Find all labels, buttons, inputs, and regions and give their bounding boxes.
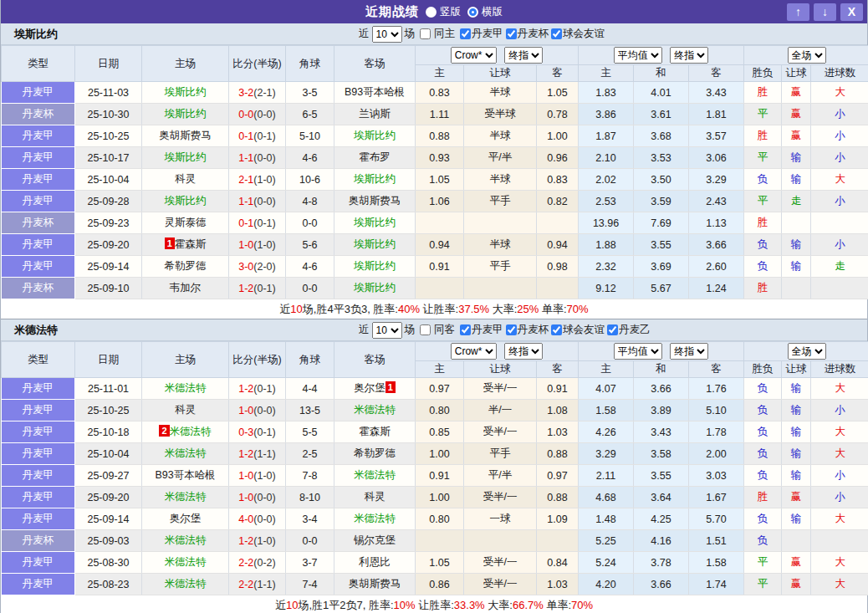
avg-away-odds-cell: 1.76 [689, 378, 744, 400]
avg-company-select[interactable]: 平均值 [614, 47, 662, 64]
handicap-away-odds-cell: 1.03 [537, 421, 579, 443]
team-name: 米德法特 [165, 556, 207, 568]
handicap-away-odds-cell [537, 212, 579, 234]
result-goals-cell: 大 [811, 169, 868, 191]
league-filter[interactable]: 丹麦杯 [503, 323, 549, 337]
handicap-home-odds-cell: 0.88 [416, 125, 464, 147]
result-winloss-cell: 负 [744, 400, 782, 421]
avg-final-select[interactable]: 终指 [670, 47, 708, 64]
home-team-cell: 埃斯比约 [142, 104, 229, 125]
match-date-cell: 25-09-14 [75, 256, 142, 278]
move-down-button[interactable]: ↓ [814, 3, 836, 21]
team-name: 埃斯比约 [165, 195, 207, 207]
col-type: 类型 [2, 342, 75, 378]
result-handicap-cell: 输 [782, 256, 811, 278]
avg-draw-odds-cell: 3.59 [634, 191, 689, 212]
away-team-cell: B93哥本哈根 [334, 82, 416, 104]
layout-radio-horizontal[interactable]: 横版 [467, 5, 503, 19]
score-cell: 3-0(2-0) [229, 256, 286, 278]
games-count-select[interactable]: 10 [372, 322, 402, 339]
league-filter[interactable]: 球会友谊 [549, 27, 605, 41]
avg-final-select[interactable]: 终指 [670, 343, 708, 360]
summary-segment: 场,胜4平3负3, 胜率: [303, 303, 398, 315]
avg-draw-odds-cell: 4.25 [634, 508, 689, 530]
match-date-cell: 25-10-30 [75, 104, 142, 125]
handicap-group-header: Crow* 终指 [416, 46, 579, 65]
handicap-home-odds-cell: 1.05 [416, 552, 464, 574]
match-row: 丹麦甲25-10-182米德法特0-3(0-1)5-5霍森斯0.85受半/一1.… [2, 421, 868, 443]
avg-draw-odds-cell: 3.55 [634, 465, 689, 487]
games-suffix-label: 场 [405, 27, 416, 41]
same-venue-checkbox[interactable] [420, 28, 431, 39]
avg-home-odds-cell: 9.12 [579, 278, 634, 299]
league-checkbox[interactable] [460, 324, 471, 335]
score-cell: 1-0(0-0) [229, 487, 286, 508]
crow-company-select[interactable]: Crow* [451, 47, 497, 64]
same-venue-filter[interactable]: 同客 [417, 323, 455, 337]
league-filter[interactable]: 丹麦甲 [457, 27, 503, 41]
avg-away-odds-cell: 3.57 [689, 125, 744, 147]
fulltime-scope-select[interactable]: 全场 [788, 47, 826, 64]
league-checkbox[interactable] [551, 28, 562, 39]
match-date-cell: 25-09-03 [75, 530, 142, 552]
league-checkbox[interactable] [506, 28, 517, 39]
league-filter[interactable]: 丹麦乙 [605, 323, 651, 337]
close-button[interactable]: X [840, 3, 863, 21]
avg-draw-odds-cell: 4.16 [634, 530, 689, 552]
vertical-radio-icon[interactable] [426, 7, 437, 18]
team-name: 埃斯比约 [354, 260, 396, 272]
handicap-away-odds-cell: 0.78 [537, 104, 579, 125]
corner-cell: 0-0 [286, 530, 334, 552]
league-filter[interactable]: 丹麦甲 [457, 323, 503, 337]
same-venue-filter[interactable]: 同主 [417, 27, 455, 41]
league-type-cell: 丹麦甲 [2, 487, 75, 508]
halftime-score: (0-2) [253, 557, 275, 569]
halftime-score: (0-1) [253, 130, 275, 142]
move-up-button[interactable]: ↑ [787, 3, 809, 21]
games-count-select[interactable]: 10 [372, 26, 402, 43]
fulltime-scope-select[interactable]: 全场 [788, 343, 826, 360]
result-goals-cell: 大 [811, 552, 868, 574]
league-filter[interactable]: 球会友谊 [549, 323, 605, 337]
layout-radio-vertical[interactable]: 竖版 [426, 5, 461, 19]
handicap-line-cell: 受半球 [464, 104, 537, 125]
league-checkbox[interactable] [460, 28, 471, 39]
handicap-home-odds-cell [416, 278, 464, 299]
avg-away-odds-cell: 1.13 [689, 212, 744, 234]
handicap-line-cell: 半球 [464, 234, 537, 256]
team-name: 米德法特 [165, 578, 207, 590]
summary-segment: 大率: [485, 599, 513, 611]
team-name: 奥尔堡 [170, 513, 202, 524]
halftime-score: (0-0) [253, 492, 275, 503]
league-checkbox[interactable] [607, 324, 618, 335]
rank-badge: 2 [159, 425, 169, 437]
handicap-home-odds-cell: 1.11 [416, 104, 464, 125]
result-winloss-cell: 负 [744, 443, 782, 465]
avg-company-select[interactable]: 平均值 [614, 343, 662, 360]
crow-final-select[interactable]: 终指 [504, 47, 543, 64]
league-type-cell: 丹麦甲 [2, 400, 75, 421]
crow-company-select[interactable]: Crow* [451, 343, 497, 360]
match-date-cell: 25-09-14 [75, 508, 142, 530]
handicap-line-cell [464, 212, 537, 234]
team-name: 希勒罗德 [354, 447, 396, 459]
match-row: 丹麦甲25-09-14希勒罗德3-0(2-0)4-6埃斯比约0.91平手0.98… [2, 256, 868, 278]
result-winloss-cell: 胜 [744, 125, 782, 147]
league-checkbox[interactable] [506, 324, 517, 335]
titlebar: 近期战绩 竖版 横版 ↑ ↓ X [1, 0, 867, 23]
league-checkbox[interactable] [551, 324, 562, 335]
fulltime-score: 1-2 [238, 383, 253, 395]
home-team-cell: 希勒罗德 [142, 256, 229, 278]
result-handicap-cell: 输 [782, 443, 811, 465]
league-filter[interactable]: 丹麦杯 [503, 27, 549, 41]
crow-final-select[interactable]: 终指 [504, 343, 543, 360]
corner-cell: 4-4 [286, 378, 334, 400]
match-date-cell: 25-10-04 [75, 443, 142, 465]
horizontal-radio-icon[interactable] [467, 7, 478, 18]
halftime-score: (0-1) [253, 383, 275, 395]
fulltime-score: 3-2 [238, 87, 253, 99]
same-venue-checkbox[interactable] [420, 324, 431, 335]
handicap-line-cell: 平/半 [464, 465, 537, 487]
handicap-away-odds-cell: 0.83 [537, 169, 579, 191]
result-handicap-cell [782, 278, 811, 299]
